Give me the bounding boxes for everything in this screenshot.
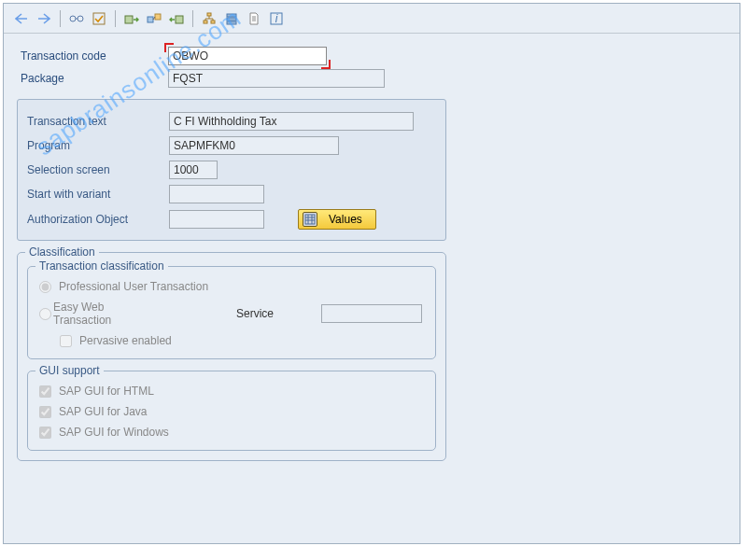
document-icon[interactable]: [244, 8, 264, 29]
back-icon[interactable]: [11, 8, 32, 29]
fieldset-classification: Classification Transaction classificatio…: [17, 252, 446, 461]
legend-classification: Classification: [25, 245, 99, 259]
transport-in-icon[interactable]: [121, 8, 142, 29]
label-start-with-variant: Start with variant: [27, 188, 169, 201]
svg-text:i: i: [275, 12, 278, 25]
svg-point-0: [70, 16, 76, 21]
check-gui-windows[interactable]: SAP GUI for Windows: [37, 422, 426, 442]
radio-professional-input: [39, 281, 51, 293]
radio-easy-web[interactable]: Easy Web Transaction Service: [37, 297, 426, 330]
check-pervasive[interactable]: Pervasive enabled: [58, 330, 426, 351]
check-gui-html[interactable]: SAP GUI for HTML: [37, 381, 426, 401]
fieldset-tx-classification: Transaction classification Professional …: [27, 266, 436, 359]
svg-rect-8: [204, 21, 207, 23]
separator: [115, 10, 116, 27]
svg-rect-15: [305, 215, 315, 224]
label-transaction-code: Transaction code: [21, 49, 168, 63]
check-gui-java-input: [39, 406, 51, 418]
info-icon[interactable]: i: [266, 8, 287, 29]
radio-easy-web-label: Easy Web Transaction: [53, 301, 134, 327]
separator: [192, 10, 193, 27]
stack-icon[interactable]: [221, 8, 242, 29]
svg-rect-4: [148, 17, 153, 22]
svg-rect-9: [211, 21, 215, 23]
svg-rect-12: [227, 21, 236, 24]
fieldset-gui-support: GUI support SAP GUI for HTML SAP GUI for…: [27, 371, 436, 451]
radio-professional-label: Professional User Transaction: [59, 280, 208, 293]
label-authorization-object: Authorization Object: [27, 213, 169, 226]
check-gui-windows-input: [39, 427, 51, 439]
check-gui-html-label: SAP GUI for HTML: [59, 385, 154, 398]
input-program: [169, 136, 339, 155]
svg-rect-11: [227, 18, 236, 21]
label-package: Package: [21, 72, 168, 85]
legend-gui-support: GUI support: [35, 364, 104, 377]
radio-easy-web-input: [39, 308, 51, 320]
check-pervasive-label: Pervasive enabled: [79, 334, 172, 347]
svg-rect-10: [227, 14, 236, 17]
row-package: Package: [4, 67, 740, 90]
glasses-icon[interactable]: [66, 8, 87, 29]
values-button[interactable]: Values: [298, 209, 376, 230]
row-transaction-code: Transaction code: [4, 45, 740, 67]
input-transaction-text: [169, 112, 414, 131]
check-gui-java[interactable]: SAP GUI for Java: [37, 401, 426, 422]
table-icon: [303, 212, 317, 227]
label-selection-screen: Selection screen: [27, 163, 169, 176]
check-gui-windows-label: SAP GUI for Windows: [59, 426, 169, 439]
separator: [60, 10, 61, 27]
check-icon[interactable]: [89, 8, 109, 29]
svg-point-1: [78, 16, 83, 21]
svg-rect-7: [207, 13, 211, 16]
check-gui-java-label: SAP GUI for Java: [59, 405, 147, 418]
link-icon[interactable]: [144, 8, 164, 29]
input-service: [321, 304, 422, 323]
label-transaction-text: Transaction text: [27, 115, 169, 128]
svg-rect-3: [125, 16, 133, 23]
input-transaction-code[interactable]: [168, 47, 327, 65]
svg-rect-5: [155, 14, 161, 20]
input-selection-screen: [169, 161, 218, 179]
label-program: Program: [27, 139, 169, 152]
svg-rect-6: [176, 16, 183, 23]
toolbar: i: [4, 4, 740, 34]
radio-professional[interactable]: Professional User Transaction: [37, 276, 426, 297]
check-gui-html-input: [39, 385, 51, 398]
svg-rect-2: [93, 13, 105, 24]
values-button-label: Values: [329, 213, 362, 226]
input-authorization-object: [169, 210, 264, 229]
input-package: [168, 69, 385, 88]
group-program: Transaction text Program Selection scree…: [17, 99, 446, 241]
transport-out-icon[interactable]: [166, 8, 187, 29]
forward-icon[interactable]: [34, 8, 54, 29]
hierarchy-icon[interactable]: [199, 8, 219, 29]
legend-tx-classification: Transaction classification: [35, 259, 168, 273]
label-service: Service: [236, 307, 321, 320]
input-start-with-variant: [169, 185, 264, 203]
check-pervasive-input: [60, 335, 72, 347]
